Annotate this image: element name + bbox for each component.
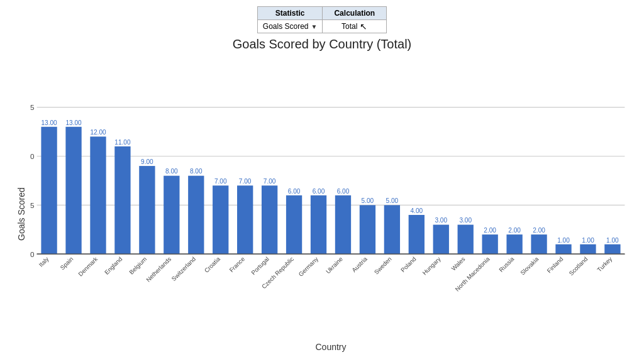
svg-text:0: 0	[30, 250, 35, 258]
svg-text:Belgium: Belgium	[128, 255, 148, 275]
bar-rect	[580, 244, 596, 255]
svg-text:11.00: 11.00	[114, 139, 131, 146]
bar-rect	[604, 244, 620, 255]
svg-text:3.00: 3.00	[459, 217, 472, 224]
svg-text:13.00: 13.00	[65, 119, 82, 126]
svg-text:Turkey: Turkey	[596, 255, 613, 273]
control-table: Statistic Calculation Goals Scored ▼ Tot…	[257, 6, 387, 33]
svg-text:5: 5	[30, 201, 34, 209]
svg-text:1.00: 1.00	[582, 237, 594, 244]
bar-rect	[506, 234, 522, 254]
svg-text:8.00: 8.00	[165, 168, 178, 175]
bar-rect	[41, 127, 57, 255]
bar-chart: 05101513.00Italy13.00Spain12.00Denmark11…	[30, 54, 631, 341]
svg-text:1.00: 1.00	[557, 237, 570, 244]
bar-rect	[188, 176, 204, 255]
y-axis-label: Goals Scored	[13, 54, 30, 356]
svg-text:6.00: 6.00	[313, 188, 325, 195]
bar-rect	[65, 127, 81, 255]
svg-text:7.00: 7.00	[239, 178, 252, 185]
statistic-value: Goals Scored	[263, 22, 309, 31]
svg-text:4.00: 4.00	[411, 207, 423, 214]
header-statistic: Statistic	[257, 7, 323, 20]
svg-text:Croatia: Croatia	[203, 255, 222, 274]
svg-text:Sweden: Sweden	[373, 255, 393, 275]
bar-rect	[213, 185, 228, 254]
svg-text:Finland: Finland	[546, 255, 565, 274]
calculation-cell[interactable]: Total ↖	[323, 20, 387, 33]
svg-text:13.00: 13.00	[41, 119, 57, 126]
chart-wrapper: Goals Scored 05101513.00Italy13.00Spain1…	[13, 54, 631, 356]
bar-rect	[237, 185, 253, 254]
svg-text:2.00: 2.00	[484, 227, 496, 234]
svg-text:Wales: Wales	[450, 255, 466, 272]
bar-rect	[90, 136, 106, 254]
bar-rect	[335, 195, 351, 254]
svg-text:Spain: Spain	[58, 255, 74, 271]
svg-text:5.00: 5.00	[386, 197, 399, 204]
bar-rect	[531, 234, 547, 254]
svg-text:2.00: 2.00	[508, 227, 521, 234]
svg-text:3.00: 3.00	[435, 217, 447, 224]
svg-text:7.00: 7.00	[214, 178, 227, 185]
statistic-cell[interactable]: Goals Scored ▼	[257, 20, 323, 33]
svg-text:Russia: Russia	[497, 255, 516, 273]
bar-rect	[262, 185, 277, 254]
bar-rect	[555, 244, 571, 255]
bar-rect	[482, 234, 498, 254]
svg-text:15: 15	[30, 103, 34, 111]
svg-text:France: France	[228, 255, 246, 273]
chart-area: 05101513.00Italy13.00Spain12.00Denmark11…	[30, 54, 631, 356]
svg-text:6.00: 6.00	[288, 188, 301, 195]
main-container: Statistic Calculation Goals Scored ▼ Tot…	[0, 0, 644, 362]
bar-rect	[409, 215, 425, 254]
statistic-dropdown-arrow[interactable]: ▼	[311, 23, 318, 30]
svg-text:Hungary: Hungary	[421, 255, 441, 276]
bar-rect	[311, 195, 326, 254]
svg-text:6.00: 6.00	[337, 188, 350, 195]
svg-text:Portugal: Portugal	[250, 255, 270, 276]
bar-rect	[164, 176, 179, 255]
bar-rect	[286, 195, 302, 254]
svg-text:Germany: Germany	[297, 255, 319, 278]
bar-rect	[360, 205, 375, 254]
bar-rect	[433, 225, 449, 255]
svg-text:9.00: 9.00	[141, 158, 153, 165]
svg-text:Austria: Austria	[350, 255, 369, 273]
svg-text:2.00: 2.00	[533, 227, 545, 234]
cursor-icon: ↖	[360, 21, 367, 31]
svg-text:7.00: 7.00	[264, 178, 276, 185]
svg-text:1.00: 1.00	[606, 237, 619, 244]
svg-text:5.00: 5.00	[362, 197, 374, 204]
bar-rect	[114, 146, 130, 254]
calculation-value: Total	[341, 22, 357, 31]
x-axis-label: Country	[30, 341, 631, 356]
svg-text:Ukraine: Ukraine	[325, 255, 344, 275]
chart-title: Goals Scored by Country (Total)	[233, 37, 412, 52]
svg-text:10: 10	[30, 152, 35, 160]
bar-rect	[458, 225, 474, 255]
svg-text:Netherlands: Netherlands	[145, 255, 172, 283]
svg-text:England: England	[103, 255, 124, 276]
svg-text:12.00: 12.00	[90, 129, 106, 136]
bar-rect	[139, 166, 155, 254]
svg-text:8.00: 8.00	[190, 168, 203, 175]
svg-text:Slovakia: Slovakia	[519, 255, 540, 277]
svg-text:Poland: Poland	[399, 255, 418, 273]
svg-text:Switzerland: Switzerland	[170, 255, 197, 282]
svg-text:Denmark: Denmark	[77, 255, 99, 277]
chart-plot: 05101513.00Italy13.00Spain12.00Denmark11…	[30, 54, 631, 341]
svg-text:Scotland: Scotland	[567, 255, 589, 277]
header-calculation: Calculation	[323, 7, 387, 20]
bar-rect	[384, 205, 400, 254]
svg-text:Italy: Italy	[37, 255, 50, 268]
